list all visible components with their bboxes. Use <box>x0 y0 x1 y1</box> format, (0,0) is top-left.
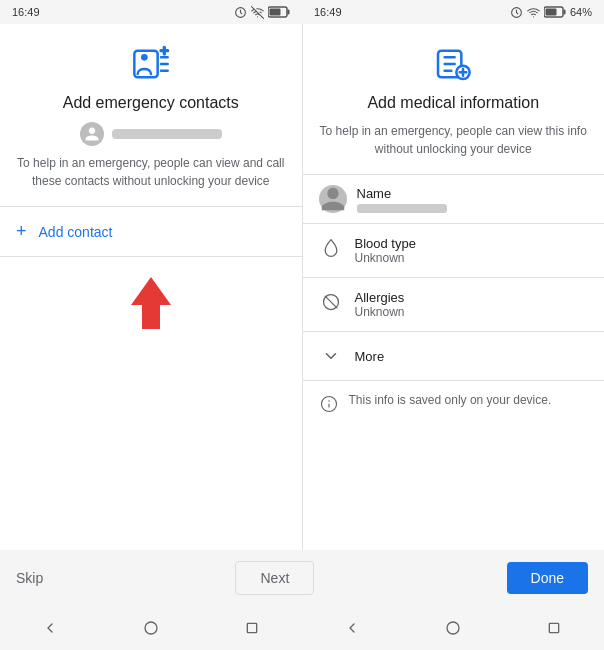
svg-rect-7 <box>545 9 556 16</box>
divider-bottom-left <box>0 256 302 257</box>
status-bar: 16:49 16:49 64% <box>0 0 604 24</box>
arrow-body <box>142 305 160 329</box>
add-contact-label: Add contact <box>39 224 113 240</box>
blood-type-row[interactable]: Blood type Unknown <box>319 224 589 277</box>
battery-right: 64% <box>570 6 592 18</box>
svg-rect-19 <box>549 623 558 632</box>
time-left: 16:49 <box>12 6 40 18</box>
add-contact-row[interactable]: + Add contact <box>16 207 286 256</box>
info-notice-text: This info is saved only on your device. <box>349 393 552 407</box>
recents-button-right[interactable] <box>545 619 563 637</box>
name-avatar <box>319 185 347 213</box>
allergies-row[interactable]: Allergies Unknown <box>319 278 589 331</box>
done-button[interactable]: Done <box>507 562 588 594</box>
svg-line-12 <box>325 296 337 308</box>
svg-rect-2 <box>288 10 290 15</box>
back-button-right[interactable] <box>343 619 361 637</box>
name-label: Name <box>357 186 447 201</box>
skip-button[interactable]: Skip <box>16 570 43 586</box>
right-panel: Add medical information To help in an em… <box>303 24 605 550</box>
user-avatar <box>80 122 104 146</box>
nav-bar-left <box>0 619 302 637</box>
name-value-blurred <box>357 204 447 213</box>
home-button[interactable] <box>142 619 160 637</box>
action-buttons: Skip Next Done <box>0 550 604 606</box>
nav-bar-right <box>302 619 604 637</box>
user-avatar-row <box>16 122 286 146</box>
allergies-content: Allergies Unknown <box>355 290 405 319</box>
time-right: 16:49 <box>314 6 342 18</box>
svg-point-18 <box>447 622 459 634</box>
blood-type-icon <box>319 236 343 260</box>
contacts-icon <box>16 44 286 84</box>
right-panel-title: Add medical information <box>319 94 589 112</box>
bottom-area: Skip Next Done <box>0 550 604 650</box>
screens-container: Add emergency contacts To help in an eme… <box>0 24 604 550</box>
back-button[interactable] <box>41 619 59 637</box>
medical-icon <box>319 44 589 84</box>
plus-icon: + <box>16 221 27 242</box>
svg-rect-17 <box>247 623 256 632</box>
more-row[interactable]: More <box>319 332 589 380</box>
home-button-right[interactable] <box>444 619 462 637</box>
left-panel-description: To help in an emergency, people can view… <box>16 154 286 190</box>
chevron-down-icon <box>319 344 343 368</box>
allergies-value: Unknown <box>355 305 405 319</box>
status-bar-left: 16:49 <box>0 0 302 24</box>
allergies-icon <box>319 290 343 314</box>
status-icons-right: 64% <box>510 6 592 19</box>
name-content: Name <box>357 186 447 213</box>
status-bar-right: 16:49 64% <box>302 0 604 24</box>
username-blurred <box>112 129 222 139</box>
left-panel: Add emergency contacts To help in an eme… <box>0 24 303 550</box>
left-panel-title: Add emergency contacts <box>16 94 286 112</box>
svg-rect-6 <box>563 10 565 15</box>
arrow-head <box>131 277 171 305</box>
status-icons-left <box>234 6 290 19</box>
recents-button[interactable] <box>243 619 261 637</box>
name-row[interactable]: Name <box>319 175 589 223</box>
blood-type-content: Blood type Unknown <box>355 236 416 265</box>
svg-rect-3 <box>270 9 281 16</box>
svg-point-16 <box>145 622 157 634</box>
blood-type-value: Unknown <box>355 251 416 265</box>
info-notice-row: This info is saved only on your device. <box>319 381 589 426</box>
android-nav-bar <box>0 606 604 650</box>
info-icon <box>319 394 339 414</box>
more-label: More <box>355 349 385 364</box>
allergies-title: Allergies <box>355 290 405 305</box>
blood-type-title: Blood type <box>355 236 416 251</box>
right-panel-description: To help in an emergency, people can view… <box>319 122 589 158</box>
arrow-container <box>16 277 286 329</box>
next-button[interactable]: Next <box>235 561 314 595</box>
